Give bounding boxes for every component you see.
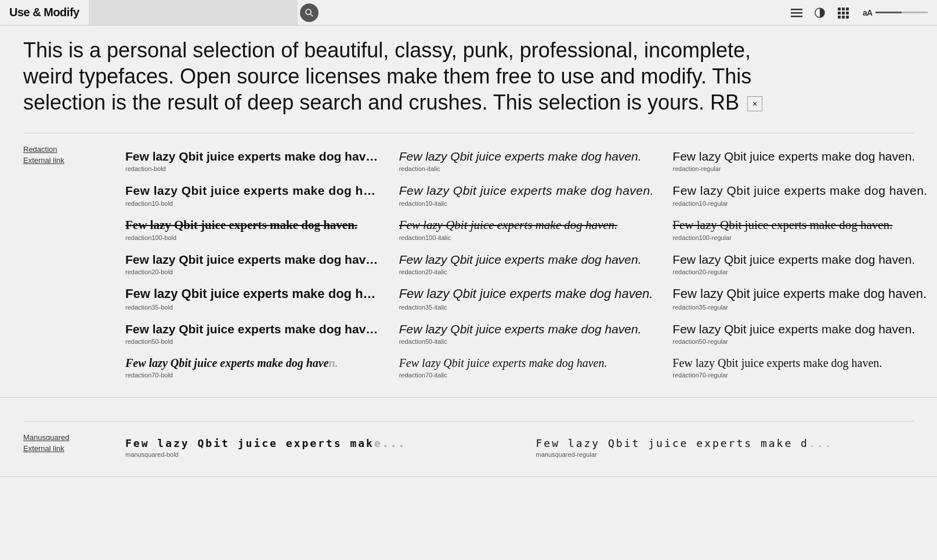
font-sample: Few lazy Qbit juice experts make dog hav… — [399, 286, 654, 303]
font-label: redaction10-italic — [399, 200, 654, 207]
font-sample: Few lazy Qbit juice experts make d... — [536, 437, 928, 450]
menu-icon[interactable] — [788, 5, 805, 21]
font-cell-redaction70-italic: Few lazy Qbit juice experts make dog hav… — [390, 352, 664, 386]
font-sample: Few lazy Qbit juice experts make dog hav… — [125, 321, 381, 337]
font-cell-redaction50-italic: Few lazy Qbit juice experts make dog hav… — [390, 318, 664, 352]
font-cell-redaction-italic: Few lazy Qbit juice experts make dog hav… — [390, 145, 664, 179]
font-sample: Few lazy Qbit juice experts make dog hav… — [672, 148, 928, 164]
svg-rect-14 — [846, 16, 849, 19]
manusquared-font-grid: Few lazy Qbit juice experts make... manu… — [116, 433, 937, 465]
font-sample: Few lazy Qbit juice experts make dog hav… — [125, 183, 381, 198]
svg-rect-11 — [846, 12, 849, 14]
manusquared-name-link[interactable]: Manusquared — [23, 433, 104, 442]
main-content: Redaction External link Few lazy Qbit ju… — [0, 121, 937, 500]
redaction-font-grid: Few lazy Qbit juice experts make dog hav… — [116, 145, 937, 386]
font-label: redaction50-bold — [125, 338, 381, 345]
font-cell-redaction70-regular: Few lazy Qbit juice experts make dog hav… — [663, 352, 937, 386]
font-sample: Few lazy Qbit juice experts make dog hav… — [672, 286, 928, 303]
header: Use & Modify — [0, 0, 937, 26]
font-sample: Few lazy Qbit juice experts make dog hav… — [399, 321, 654, 337]
font-cell-redaction10-regular: Few lazy Qbit juice experts make dog hav… — [663, 179, 937, 213]
font-sample: Few lazy Qbit juice experts make dog hav… — [125, 217, 381, 233]
font-label: redaction70-regular — [672, 372, 928, 379]
search-icon — [305, 8, 314, 17]
svg-rect-4 — [791, 16, 802, 17]
redaction-external-link[interactable]: External link — [23, 156, 104, 165]
hero-text-content: This is a personal selection of beautifu… — [23, 38, 751, 114]
close-badge[interactable]: × — [747, 96, 762, 111]
font-sample: Few lazy Qbit juice experts make dog hav… — [399, 217, 654, 233]
font-sample: Few lazy Qbit juice experts make dog hav… — [672, 183, 928, 198]
font-cell-redaction70-bold: Few lazy Qbit juice experts make dog hav… — [116, 352, 390, 386]
font-sample: Few lazy Qbit juice experts make dog hav… — [125, 355, 381, 370]
font-cell-redaction10-italic: Few lazy Qbit juice experts make dog hav… — [390, 179, 664, 213]
font-cell-redaction100-regular: Few lazy Qbit juice experts make dog hav… — [663, 214, 937, 248]
font-cell-redaction20-italic: Few lazy Qbit juice experts make dog hav… — [390, 248, 664, 282]
search-bar-area — [89, 0, 298, 25]
font-sample: Few lazy Qbit juice experts make dog hav… — [672, 355, 928, 370]
font-sample: Few lazy Qbit juice experts make... — [125, 437, 518, 450]
font-size-control[interactable]: aA — [863, 8, 928, 17]
font-size-label: aA — [863, 8, 872, 17]
site-title[interactable]: Use & Modify — [9, 6, 79, 19]
svg-point-0 — [306, 9, 311, 14]
font-label: redaction10-bold — [125, 200, 381, 207]
font-cell-redaction20-regular: Few lazy Qbit juice experts make dog hav… — [663, 248, 937, 282]
font-label: redaction-regular — [672, 165, 928, 172]
font-cell-redaction100-bold: Few lazy Qbit juice experts make dog hav… — [116, 214, 390, 248]
font-sample: Few lazy Qbit juice experts make dog hav… — [399, 355, 654, 370]
svg-rect-8 — [846, 8, 849, 10]
contrast-icon[interactable] — [812, 5, 828, 21]
svg-rect-7 — [842, 8, 845, 10]
svg-rect-6 — [838, 8, 841, 10]
search-circle[interactable] — [300, 3, 319, 22]
font-label: redaction50-regular — [672, 338, 928, 345]
font-label: redaction100-italic — [399, 234, 654, 241]
font-label: redaction35-italic — [399, 304, 654, 311]
font-label: redaction-bold — [125, 165, 381, 172]
svg-rect-9 — [838, 12, 841, 14]
font-label: redaction35-bold — [125, 304, 381, 311]
font-cell-redaction50-bold: Few lazy Qbit juice experts make dog hav… — [116, 318, 390, 352]
font-label: manusquared-regular — [536, 451, 928, 458]
font-cell-redaction10-bold: Few lazy Qbit juice experts make dog hav… — [116, 179, 390, 213]
font-label: redaction70-bold — [125, 372, 381, 379]
font-sample: Few lazy Qbit juice experts make dog hav… — [399, 148, 654, 164]
svg-rect-10 — [842, 12, 845, 14]
hero-text: This is a personal selection of beautifu… — [23, 37, 777, 115]
font-label: redaction-italic — [399, 165, 654, 172]
font-cell-redaction-regular: Few lazy Qbit juice experts make dog hav… — [663, 145, 937, 179]
manusquared-section: Manusquared External link Few lazy Qbit … — [0, 421, 937, 477]
font-label: redaction20-italic — [399, 268, 654, 275]
redaction-sidebar: Redaction External link — [0, 145, 116, 386]
font-sample: Few lazy Qbit juice experts make dog hav… — [672, 217, 928, 233]
font-cell-manusquared-regular: Few lazy Qbit juice experts make d... ma… — [527, 433, 938, 465]
font-label: redaction50-italic — [399, 338, 654, 345]
font-label: manusquared-bold — [125, 451, 518, 458]
font-sample: Few lazy Qbit juice experts make dog hav… — [399, 252, 654, 267]
redaction-name-link[interactable]: Redaction — [23, 145, 104, 154]
font-cell-redaction50-regular: Few lazy Qbit juice experts make dog hav… — [663, 318, 937, 352]
font-cell-redaction35-bold: Few lazy Qbit juice experts make dog hav… — [116, 282, 390, 318]
svg-rect-13 — [842, 16, 845, 19]
font-label: redaction35-regular — [672, 304, 928, 311]
manusquared-external-link[interactable]: External link — [23, 444, 104, 453]
font-cell-redaction-bold: Few lazy Qbit juice experts make dog hav… — [116, 145, 390, 179]
font-sample: Few lazy Qbit juice experts make dog hav… — [672, 252, 928, 267]
font-sample: Few lazy Qbit juice experts make dog hav… — [399, 183, 654, 198]
redaction-section: Redaction External link Few lazy Qbit ju… — [0, 133, 937, 398]
font-cell-redaction20-bold: Few lazy Qbit juice experts make dog hav… — [116, 248, 390, 282]
font-label: redaction70-italic — [399, 372, 654, 379]
svg-line-1 — [310, 14, 313, 16]
font-cell-redaction35-italic: Few lazy Qbit juice experts make dog hav… — [390, 282, 664, 318]
grid-icon[interactable] — [835, 5, 851, 21]
font-label: redaction100-regular — [672, 234, 928, 241]
section-gap — [0, 398, 937, 421]
svg-rect-3 — [791, 12, 802, 14]
search-button[interactable] — [300, 3, 319, 22]
svg-rect-12 — [838, 16, 841, 19]
font-size-slider[interactable] — [876, 12, 928, 13]
font-sample: Few lazy Qbit juice experts make dog hav… — [125, 148, 381, 164]
font-sample: Few lazy Qbit juice experts make dog hav… — [125, 252, 381, 267]
svg-rect-2 — [791, 9, 802, 10]
